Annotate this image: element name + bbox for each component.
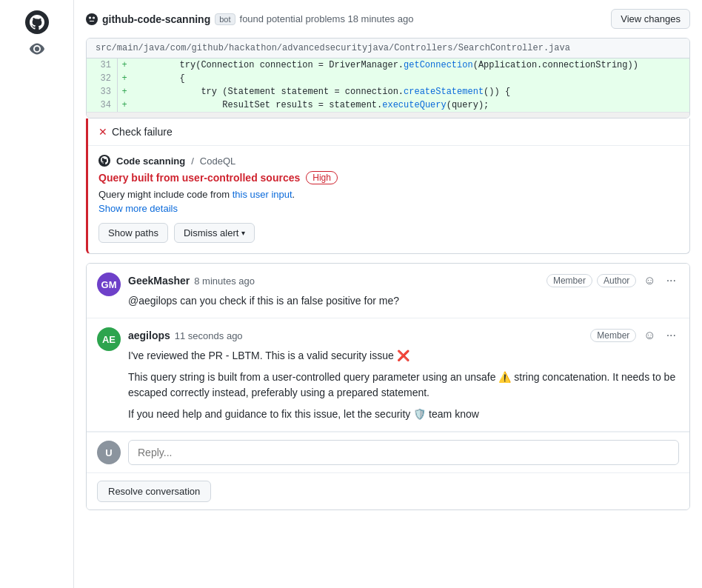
- comment-para-3-aegilops: If you need help and guidance to fix thi…: [128, 407, 679, 422]
- createStatement-link[interactable]: createStatement: [404, 87, 484, 97]
- line-sign-31: +: [118, 59, 131, 72]
- check-app-logo: [98, 155, 110, 167]
- check-body: Code scanning / CodeQL Query built from …: [88, 146, 689, 253]
- resolve-section: Resolve conversation: [87, 472, 689, 510]
- header-description: found potential problems 18 minutes ago: [240, 13, 414, 24]
- comment-geekmasher: GM GeekMasher 8 minutes ago Member Autho…: [87, 264, 689, 318]
- comment-badges-geekmasher: Member Author ☺ ···: [546, 273, 679, 289]
- line-num-33: 33: [87, 85, 118, 98]
- header-bar: github-code-scanning bot found potential…: [86, 9, 690, 29]
- avatar-aegilops: AE: [97, 327, 121, 351]
- line-num-32: 32: [87, 72, 118, 85]
- alert-title-row: Query built from user-controlled sources…: [98, 171, 679, 184]
- line-code-32: {: [131, 72, 191, 85]
- check-section: ✕ Check failure Code scanning / CodeQL Q…: [86, 118, 690, 254]
- comment-para-1-aegilops: I've reviewed the PR - LBTM. This is a v…: [128, 348, 679, 364]
- watch-icon[interactable]: [30, 41, 44, 56]
- comment-author-aegilops: aegilops: [128, 330, 170, 341]
- more-options-button-geekmasher[interactable]: ···: [663, 273, 679, 289]
- code-line-34: 34 + ResultSet results = statement.execu…: [87, 98, 689, 112]
- user-input-link[interactable]: this user input: [233, 189, 292, 200]
- line-code-34: ResultSet results = statement.executeQue…: [131, 98, 495, 112]
- x-failure-icon: ✕: [98, 126, 107, 138]
- author-badge-geekmasher: Author: [597, 274, 636, 287]
- check-app-name: Code scanning: [116, 156, 185, 167]
- dismiss-alert-button[interactable]: Dismiss alert ▾: [174, 223, 255, 243]
- check-header: ✕ Check failure: [88, 118, 689, 146]
- severity-badge: High: [306, 171, 338, 184]
- code-filepath: src/main/java/com/github/hackathon/advan…: [87, 39, 689, 59]
- comment-header-aegilops: aegilops 11 seconds ago Member ☺ ···: [128, 327, 679, 344]
- show-paths-button[interactable]: Show paths: [98, 223, 168, 243]
- line-code-33: try (Statement statement = connection.cr…: [131, 85, 516, 98]
- check-description: Query might include code from this user …: [98, 189, 679, 200]
- comment-time-geekmasher: 8 minutes ago: [194, 275, 255, 287]
- code-block: src/main/java/com/github/hackathon/advan…: [86, 38, 690, 118]
- view-changes-button[interactable]: View changes: [611, 9, 690, 29]
- check-title-row: Code scanning / CodeQL: [98, 155, 679, 167]
- avatar-geekmasher: GM: [97, 273, 121, 296]
- line-num-34: 34: [87, 98, 118, 112]
- comment-text-aegilops: I've reviewed the PR - LBTM. This is a v…: [128, 348, 679, 422]
- bot-app-name: github-code-scanning: [102, 13, 210, 25]
- code-line-31: 31 + try(Connection connection = DriverM…: [87, 59, 689, 72]
- comment-text-geekmasher: @aegilops can you check if this is an fa…: [128, 293, 679, 309]
- check-separator: /: [191, 156, 194, 167]
- comment-meta-geekmasher: GeekMasher 8 minutes ago: [128, 275, 255, 287]
- svg-point-0: [25, 10, 49, 34]
- comment-para-2-aegilops: This query string is built from a user-c…: [128, 370, 679, 401]
- comment-body-aegilops: aegilops 11 seconds ago Member ☺ ··· I'v…: [128, 327, 679, 422]
- bot-app-icon: [86, 13, 98, 25]
- member-badge-aegilops: Member: [590, 329, 636, 342]
- header-left: github-code-scanning bot found potential…: [86, 13, 413, 25]
- more-options-button-aegilops[interactable]: ···: [663, 327, 679, 344]
- svg-point-1: [86, 13, 98, 25]
- check-failure-label: Check failure: [112, 126, 173, 138]
- reply-section: U: [87, 432, 689, 472]
- executeQuery-link[interactable]: executeQuery: [382, 100, 446, 110]
- show-more-details-link[interactable]: Show more details: [98, 203, 679, 214]
- line-sign-33: +: [118, 85, 131, 98]
- comment-author-geekmasher: GeekMasher: [128, 275, 190, 287]
- comment-time-aegilops: 11 seconds ago: [175, 330, 243, 341]
- avatar-current-user: U: [97, 441, 121, 464]
- line-code-31: try(Connection connection = DriverManage…: [131, 59, 644, 72]
- left-sidebar: [0, 0, 74, 588]
- code-scroll-bar: [87, 112, 689, 118]
- github-logo-icon: [25, 10, 49, 34]
- comment-badges-aegilops: Member ☺ ···: [590, 327, 679, 344]
- comment-aegilops: AE aegilops 11 seconds ago Member ☺ ···: [87, 318, 689, 432]
- reaction-button-geekmasher[interactable]: ☺: [641, 273, 658, 289]
- comment-meta-aegilops: aegilops 11 seconds ago: [128, 330, 243, 341]
- comment-header-geekmasher: GeekMasher 8 minutes ago Member Author ☺…: [128, 273, 679, 289]
- line-sign-34: +: [118, 98, 131, 112]
- comment-body-geekmasher: GeekMasher 8 minutes ago Member Author ☺…: [128, 273, 679, 309]
- alert-title: Query built from user-controlled sources: [98, 172, 300, 184]
- code-line-33: 33 + try (Statement statement = connecti…: [87, 85, 689, 98]
- chevron-down-icon: ▾: [241, 229, 245, 237]
- check-type: CodeQL: [200, 156, 235, 167]
- main-content: github-code-scanning bot found potential…: [74, 0, 702, 588]
- bot-badge: bot: [215, 13, 235, 25]
- comment-thread: GM GeekMasher 8 minutes ago Member Autho…: [86, 263, 690, 510]
- line-sign-32: +: [118, 72, 131, 85]
- resolve-conversation-button[interactable]: Resolve conversation: [97, 481, 211, 502]
- line-num-31: 31: [87, 59, 118, 72]
- check-actions: Show paths Dismiss alert ▾: [98, 223, 679, 243]
- code-line-32: 32 + {: [87, 72, 689, 85]
- reply-input[interactable]: [128, 440, 679, 465]
- member-badge-geekmasher: Member: [546, 274, 592, 287]
- getConnection-link[interactable]: getConnection: [404, 60, 473, 70]
- reaction-button-aegilops[interactable]: ☺: [641, 327, 658, 344]
